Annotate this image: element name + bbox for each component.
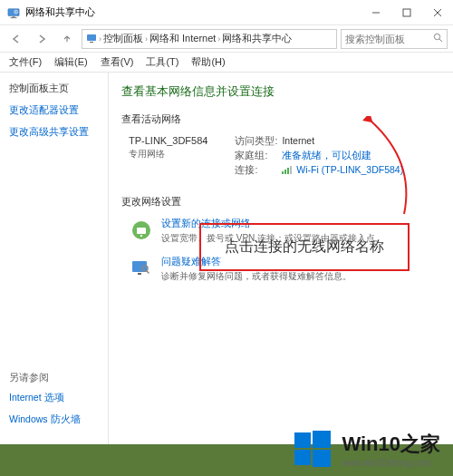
see-also-label: 另请参阅: [9, 372, 99, 384]
windows-logo-icon: [293, 429, 333, 469]
network-type: 专用网络: [129, 148, 207, 160]
menu-help[interactable]: 帮助(H): [186, 53, 230, 71]
breadcrumb-item[interactable]: 控制面板: [103, 32, 143, 45]
wifi-signal-icon: [282, 167, 291, 174]
sidebar-heading: 控制面板主页: [9, 82, 99, 95]
close-button[interactable]: [422, 0, 453, 25]
page-title: 查看基本网络信息并设置连接: [121, 83, 440, 100]
network-name: TP-LINK_3DF584: [129, 135, 207, 146]
menu-file[interactable]: 文件(F): [4, 53, 47, 71]
minimize-button[interactable]: [361, 0, 391, 25]
maximize-button[interactable]: [391, 0, 422, 25]
breadcrumb-item[interactable]: 网络和共享中心: [222, 32, 292, 45]
svg-rect-14: [137, 228, 146, 234]
svg-rect-19: [294, 432, 311, 448]
svg-rect-10: [90, 42, 93, 43]
menu-tools[interactable]: 工具(T): [140, 53, 184, 71]
svg-rect-1: [12, 16, 15, 17]
menu-view[interactable]: 查看(V): [95, 53, 140, 71]
troubleshoot-icon: [129, 256, 154, 281]
svg-point-4: [15, 11, 16, 12]
svg-rect-16: [132, 261, 147, 272]
svg-rect-22: [313, 450, 331, 467]
access-type-value: Internet: [282, 135, 314, 148]
search-icon: [433, 33, 443, 44]
svg-rect-6: [403, 9, 410, 16]
breadcrumb-item[interactable]: 网络和 Internet: [149, 32, 216, 45]
annotation-text: 点击连接的无线网络名称: [225, 238, 384, 254]
forward-button[interactable]: [31, 28, 53, 50]
homegroup-label: 家庭组:: [235, 150, 282, 162]
search-input[interactable]: [345, 34, 429, 44]
svg-rect-2: [11, 17, 17, 18]
watermark-title: Win10之家: [342, 431, 440, 458]
up-button[interactable]: [56, 28, 78, 50]
menu-bar: 文件(F) 编辑(E) 查看(V) 工具(T) 帮助(H): [0, 53, 453, 73]
troubleshoot-desc: 诊断并修复网络问题，或者获得疑难解答信息。: [161, 270, 352, 283]
active-network-row: TP-LINK_3DF584 专用网络 访问类型: Internet 家庭组: …: [121, 135, 440, 179]
menu-edit[interactable]: 编辑(E): [49, 53, 93, 71]
change-settings-heading: 更改网络设置: [121, 195, 440, 209]
connection-link[interactable]: Wi-Fi (TP-LINK_3DF584): [282, 164, 403, 177]
annotation-box: 点击连接的无线网络名称: [199, 223, 410, 271]
svg-line-12: [439, 39, 442, 42]
sidebar-link-internet-options[interactable]: Internet 选项: [9, 392, 99, 404]
active-networks-heading: 查看活动网络: [121, 112, 440, 126]
search-input-wrap[interactable]: [341, 29, 448, 49]
svg-rect-20: [313, 431, 331, 448]
sidebar-link-adapter[interactable]: 更改适配器设置: [9, 104, 99, 117]
svg-rect-17: [138, 273, 141, 275]
svg-rect-15: [140, 235, 142, 237]
sidebar-link-sharing[interactable]: 更改高级共享设置: [9, 126, 99, 139]
watermark: Win10之家 www.win10xitong.com: [0, 422, 453, 476]
new-connection-icon: [129, 218, 154, 243]
homegroup-link[interactable]: 准备就绪，可以创建: [282, 150, 371, 162]
chevron-right-icon: ›: [99, 34, 101, 44]
back-button[interactable]: [5, 28, 27, 50]
window-title: 网络和共享中心: [25, 5, 95, 19]
breadcrumb[interactable]: › 控制面板 › 网络和 Internet › 网络和共享中心: [82, 29, 337, 49]
access-type-label: 访问类型:: [235, 135, 282, 148]
monitor-icon: [86, 33, 97, 45]
chevron-right-icon: ›: [217, 34, 220, 44]
chevron-right-icon: ›: [145, 34, 148, 44]
connection-value: Wi-Fi (TP-LINK_3DF584): [296, 164, 403, 175]
svg-rect-9: [87, 34, 96, 41]
watermark-url: www.win10xitong.com: [342, 458, 440, 468]
svg-point-11: [434, 34, 439, 39]
svg-rect-21: [294, 450, 311, 465]
network-center-icon: [7, 6, 20, 19]
connection-label: 连接:: [235, 164, 282, 177]
